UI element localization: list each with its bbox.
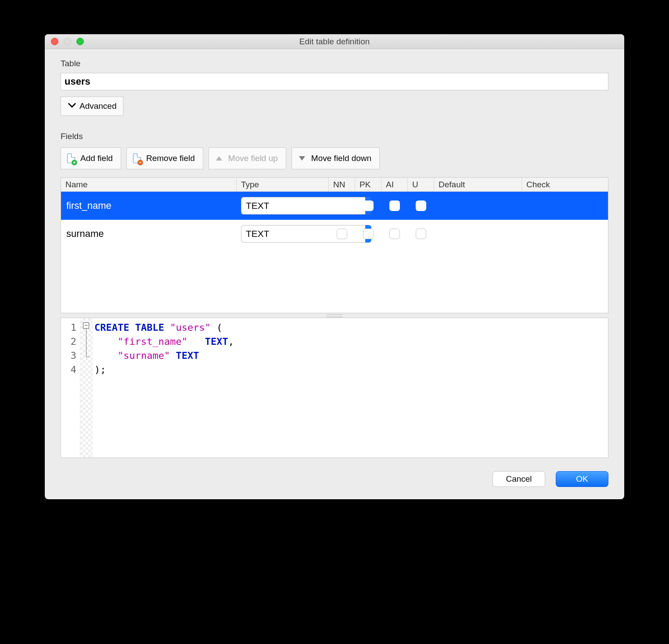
col-header-ai[interactable]: AI <box>381 178 408 191</box>
horizontal-splitter[interactable] <box>61 313 608 318</box>
col-header-pk[interactable]: PK <box>355 178 381 191</box>
field-type-cell <box>237 197 329 215</box>
move-field-up-button: Move field up <box>209 147 286 169</box>
col-header-nn[interactable]: NN <box>329 178 355 191</box>
col-header-u[interactable]: U <box>408 178 434 191</box>
advanced-label: Advanced <box>79 101 117 111</box>
line-number: 4 <box>61 363 76 377</box>
ok-button[interactable]: OK <box>556 471 608 487</box>
type-select[interactable] <box>241 197 324 215</box>
fields-grid: Name Type NN PK AI U Default Check first… <box>61 177 608 313</box>
nn-checkbox[interactable] <box>337 229 347 239</box>
fields-section: Fields + Add field − Remove field Move <box>61 132 608 487</box>
add-field-icon: + <box>66 154 76 163</box>
move-down-label: Move field down <box>311 154 371 163</box>
field-name-cell[interactable]: first_name <box>61 200 237 211</box>
sql-preview[interactable]: 1 2 3 4 − CREATE TABLE "users" ( "first_… <box>61 318 608 458</box>
remove-field-label: Remove field <box>146 154 195 163</box>
fold-gutter: − <box>80 318 93 458</box>
pk-checkbox[interactable] <box>363 229 374 239</box>
arrow-up-icon <box>214 154 224 163</box>
line-number: 3 <box>61 349 76 363</box>
chevron-down-icon <box>67 100 77 112</box>
arrow-down-icon <box>297 154 307 163</box>
line-number: 2 <box>61 335 76 349</box>
fold-toggle-icon[interactable]: − <box>83 322 89 329</box>
add-field-button[interactable]: + Add field <box>61 147 121 169</box>
table-name-input[interactable] <box>61 73 608 90</box>
grid-body: first_name <box>61 192 608 313</box>
titlebar: Edit table definition <box>45 34 624 49</box>
sql-code[interactable]: CREATE TABLE "users" ( "first_name" TEXT… <box>93 318 238 458</box>
u-checkbox[interactable] <box>416 200 426 211</box>
col-header-type[interactable]: Type <box>237 178 329 191</box>
ai-checkbox[interactable] <box>389 200 400 211</box>
move-field-down-button[interactable]: Move field down <box>291 147 380 169</box>
dialog-content: Table Advanced Fields + Add field − <box>45 49 624 499</box>
col-header-default[interactable]: Default <box>434 178 522 191</box>
field-name-cell[interactable]: surname <box>61 228 237 240</box>
grid-header: Name Type NN PK AI U Default Check <box>61 178 608 192</box>
window-title: Edit table definition <box>45 37 624 47</box>
advanced-toggle-button[interactable]: Advanced <box>61 97 123 116</box>
dialog-window: Edit table definition Table Advanced Fie… <box>45 34 624 499</box>
ai-checkbox[interactable] <box>389 229 400 239</box>
col-header-name[interactable]: Name <box>61 178 237 191</box>
fields-toolbar: + Add field − Remove field Move field up <box>61 147 608 169</box>
pk-checkbox[interactable] <box>363 200 374 211</box>
col-header-check[interactable]: Check <box>522 178 608 191</box>
dialog-footer: Cancel OK <box>61 471 608 487</box>
cancel-button[interactable]: Cancel <box>493 471 545 487</box>
remove-field-button[interactable]: − Remove field <box>126 147 203 169</box>
u-checkbox[interactable] <box>416 229 426 239</box>
table-section-label: Table <box>61 59 608 68</box>
field-type-cell <box>237 225 329 243</box>
line-number-gutter: 1 2 3 4 <box>61 318 80 458</box>
fields-section-label: Fields <box>61 132 608 141</box>
nn-checkbox[interactable] <box>337 200 347 211</box>
remove-field-icon: − <box>132 154 142 163</box>
add-field-label: Add field <box>80 154 113 163</box>
field-row[interactable]: first_name <box>61 192 608 220</box>
line-number: 1 <box>61 321 76 335</box>
field-row[interactable]: surname <box>61 220 608 248</box>
move-up-label: Move field up <box>228 154 278 163</box>
type-select[interactable] <box>241 225 324 243</box>
